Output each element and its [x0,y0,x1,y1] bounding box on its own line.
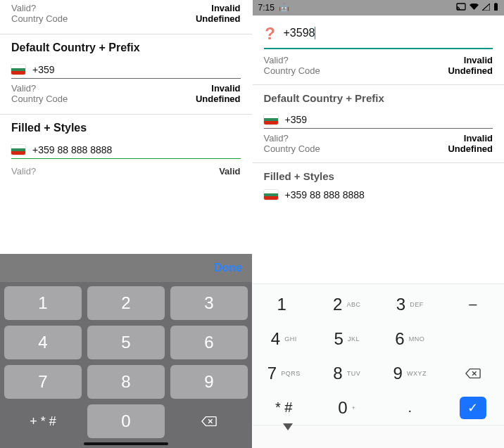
phone-value: +359 88 888 8888 [32,144,112,155]
nav-back-button[interactable] [283,430,293,443]
country-code-row: Country Code Undefined [253,143,505,154]
valid-row: Valid? Invalid [0,3,252,13]
key-0[interactable]: 0 [87,404,165,438]
section-filled-title: Filled + Styles [0,122,252,134]
phone-input-top[interactable]: ? +3598 [253,15,505,48]
section-default-title: Default Country + Prefix [253,92,505,104]
valid-value: Invalid [211,3,240,13]
android-keyboard: 1 2ABC 3DEF – 4GHI 5JKL 6MNO 7PQRS 8TUV … [253,283,505,448]
section-filled-title: Filled + Styles [253,170,505,182]
valid-row: Valid? Invalid [253,55,505,65]
valid-value: Invalid [464,55,493,65]
valid-label: Valid? [264,133,289,143]
done-button[interactable]: Done [214,262,242,274]
flag-icon [11,145,25,155]
enter-key[interactable]: ✓ [441,390,504,425]
ios-keyboard: Done 1 2 3 4 5 6 7 8 9 + * # 0 [0,254,252,448]
country-code-value: Undefined [448,143,493,154]
country-code-row: Country Code Undefined [253,65,505,76]
key-5[interactable]: 5JKL [315,321,379,356]
country-code-row: Country Code Undefined [0,94,252,104]
flag-icon [264,190,278,200]
country-code-label: Country Code [11,13,68,24]
key-dash[interactable]: – [441,287,504,321]
valid-row: Valid? Invalid [253,133,505,143]
backspace-key[interactable] [170,404,248,438]
key-3[interactable]: 3 [170,286,248,320]
key-4[interactable]: 4GHI [253,321,316,356]
key-4[interactable]: 4 [4,326,82,359]
cast-icon [456,3,466,13]
status-time: 7:15 [258,3,275,13]
android-icon: 🤖 [279,3,289,13]
key-7[interactable]: 7 [4,365,82,399]
phone-input-default[interactable]: +359 [253,110,505,128]
svg-rect-2 [496,3,497,4]
key-6[interactable]: 6MNO [379,321,442,356]
text-caret [315,27,315,39]
valid-label: Valid? [11,3,36,13]
valid-value: Valid [219,166,240,177]
flag-icon [11,65,25,75]
key-7[interactable]: 7PQRS [253,356,316,390]
key-2[interactable]: 2ABC [315,287,379,321]
country-code-label: Country Code [264,65,320,76]
key-6[interactable]: 6 [170,326,248,359]
key-8[interactable]: 8TUV [315,356,379,390]
unknown-flag-icon: ? [264,24,277,44]
key-dot[interactable]: . [379,390,442,425]
key-8[interactable]: 8 [87,365,165,399]
key-1[interactable]: 1 [253,287,316,321]
country-code-row: Country Code Undefined [0,13,252,24]
signal-icon [482,3,490,13]
country-code-value: Undefined [448,65,493,76]
valid-value: Invalid [464,133,493,143]
keyboard-accessory: Done [0,254,252,282]
phone-input-filled[interactable]: +359 88 888 8888 [0,140,252,158]
battery-icon [493,3,498,13]
backspace-icon [201,416,217,427]
valid-label: Valid? [11,83,36,94]
valid-row: Valid? Invalid [0,83,252,94]
backspace-icon [465,368,481,379]
home-indicator [84,442,168,445]
android-status-bar: 7:15 🤖 [253,0,505,15]
country-code-value: Undefined [196,94,241,104]
valid-row-cropped: Valid? Valid [0,166,252,177]
phone-value: +359 [285,114,308,125]
ios-pane: Valid? Invalid Country Code Undefined De… [0,0,253,448]
key-2[interactable]: 2 [87,286,165,320]
check-icon: ✓ [460,397,486,419]
key-5[interactable]: 5 [87,326,165,359]
phone-input-filled[interactable]: +359 88 888 8888 [253,188,505,202]
key-0[interactable]: 0+ [315,390,379,425]
phone-input-default[interactable]: +359 [0,60,252,78]
country-code-label: Country Code [264,143,320,154]
backspace-key[interactable] [441,356,504,390]
key-3[interactable]: 3DEF [379,287,442,321]
key-star-hash[interactable]: * # [253,390,316,425]
key-space[interactable] [441,321,504,356]
section-default-title: Default Country + Prefix [0,41,252,54]
valid-label: Valid? [264,55,289,65]
country-code-label: Country Code [11,94,68,104]
valid-label: Valid? [11,166,36,177]
country-code-value: Undefined [196,13,241,24]
phone-value: +359 88 888 8888 [285,189,365,200]
flag-icon [264,115,278,124]
key-9[interactable]: 9WXYZ [379,356,442,390]
key-9[interactable]: 9 [170,365,248,399]
phone-value: +3598 [284,27,316,41]
svg-rect-1 [494,4,498,11]
android-pane: 7:15 🤖 ? +3598 Valid? Invalid C [253,0,505,448]
key-symbols[interactable]: + * # [4,404,82,438]
valid-value: Invalid [211,83,240,94]
key-1[interactable]: 1 [4,286,82,320]
wifi-icon [470,3,479,13]
phone-value: +359 [32,64,55,75]
android-nav-bar [253,425,505,448]
